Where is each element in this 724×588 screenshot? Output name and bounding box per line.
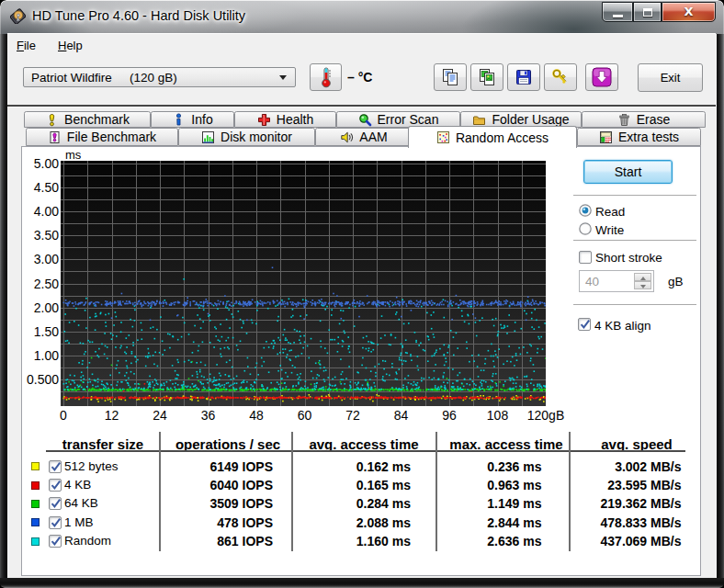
spin-down-button[interactable]	[634, 281, 651, 289]
write-label[interactable]: Write	[595, 223, 624, 237]
tab-aam[interactable]: AAM	[315, 128, 413, 146]
kb-align-checkbox[interactable]	[578, 318, 591, 331]
column-separator	[291, 432, 293, 551]
error-scan-icon	[358, 113, 372, 127]
series-color-chip	[31, 481, 40, 490]
tab-benchmark[interactable]: Benchmark	[24, 111, 151, 128]
minimize-button[interactable]	[602, 2, 633, 22]
row-label: Random	[64, 534, 111, 548]
header-underline	[46, 450, 685, 452]
row-label: 4 KB	[64, 478, 91, 492]
menu-file[interactable]: File	[17, 39, 36, 54]
drive-selector[interactable]: Patriot Wildfire (120 gB)	[23, 67, 296, 87]
y-tick-label: 1.00	[20, 348, 59, 363]
y-tick-label: 3.50	[20, 228, 59, 243]
check-icon	[50, 497, 62, 510]
cell-ops: 6149 IOPS	[210, 459, 274, 474]
copy-image-button[interactable]	[470, 63, 503, 91]
download-arrow-icon	[592, 67, 612, 87]
y-tick-label: 4.50	[20, 180, 59, 195]
read-radio[interactable]	[579, 204, 592, 217]
exit-button[interactable]: Exit	[638, 63, 703, 92]
y-tick-label: 4.00	[20, 204, 59, 219]
write-radio[interactable]	[579, 222, 592, 235]
cell-ops: 478 IOPS	[217, 515, 273, 530]
title-bar[interactable]: HD Tune Pro 4.60 - Hard Disk Utility X	[0, 0, 724, 34]
maximize-button[interactable]	[633, 2, 662, 22]
row-checkbox[interactable]	[49, 535, 62, 548]
y-tick-label: 2.00	[20, 300, 59, 315]
disk-monitor-icon	[201, 130, 215, 144]
temperature-button[interactable]	[310, 63, 342, 91]
row-checkbox[interactable]	[49, 460, 62, 473]
cell-avg: 0.165 ms	[356, 478, 411, 492]
read-label[interactable]: Read	[595, 205, 625, 219]
info-icon	[172, 113, 186, 127]
benchmark-icon	[45, 113, 59, 127]
x-tick-label: 12	[85, 408, 140, 423]
y-tick-label: 5.00	[20, 156, 59, 171]
update-button[interactable]	[585, 63, 618, 91]
chevron-down-icon	[279, 75, 287, 80]
tab-random-access[interactable]: Random Access	[408, 126, 577, 148]
x-tick-label: 84	[374, 408, 429, 423]
start-button[interactable]: Start	[583, 160, 673, 184]
cell-avg: 0.162 ms	[356, 459, 411, 474]
save-button[interactable]	[507, 63, 540, 91]
options-icon	[550, 67, 571, 87]
thermometer-icon	[319, 66, 334, 88]
row-label: 64 KB	[64, 496, 98, 510]
x-tick-label: 96	[422, 408, 477, 423]
tab-label: Extra tests	[618, 130, 679, 144]
x-tick-label: 72	[325, 408, 380, 423]
tab-label: Health	[277, 112, 313, 127]
column-separator	[569, 432, 571, 551]
tab-health[interactable]: Health	[234, 111, 336, 128]
cell-avg: 1.160 ms	[356, 534, 411, 548]
tab-extra-tests[interactable]: Extra tests	[577, 128, 701, 146]
series-color-chip	[31, 462, 40, 470]
hard-disk-icon	[10, 8, 26, 24]
copy-text-button[interactable]	[434, 63, 467, 91]
series-color-chip	[31, 518, 40, 526]
tab-disk-monitor[interactable]: Disk monitor	[178, 128, 315, 146]
menu-help[interactable]: Help	[58, 39, 83, 54]
row-label: 1 MB	[64, 515, 94, 529]
cell-speed: 219.362 MB/s	[601, 496, 682, 511]
column-separator	[159, 432, 161, 551]
arrow-down-icon	[640, 285, 646, 288]
file-benchmark-icon	[48, 130, 62, 144]
check-icon	[50, 479, 62, 492]
spin-up-button[interactable]	[634, 273, 651, 281]
cell-max: 2.844 ms	[487, 515, 541, 530]
erase-icon	[617, 113, 631, 127]
tab-info[interactable]: Info	[151, 111, 234, 128]
options-button[interactable]	[544, 63, 577, 91]
spinner-buttons	[634, 273, 651, 289]
x-tick-label: 0	[36, 408, 91, 423]
tab-file-benchmark[interactable]: File Benchmark	[26, 128, 178, 146]
cell-speed: 478.833 MB/s	[601, 515, 682, 530]
kb-align-label[interactable]: 4 KB align	[594, 319, 651, 333]
gb-unit-label: gB	[668, 275, 684, 288]
random-access-icon	[436, 130, 450, 144]
short-stroke-label[interactable]: Short stroke	[595, 251, 662, 265]
arrow-up-icon	[640, 277, 646, 280]
series-color-chip	[31, 500, 40, 508]
tab-label: Error Scan	[378, 112, 439, 127]
x-tick-label: 60	[277, 408, 333, 423]
short-stroke-size-field[interactable]: 40	[579, 270, 654, 292]
row-checkbox[interactable]	[49, 516, 62, 529]
row-checkbox[interactable]	[49, 497, 62, 510]
close-button[interactable]: X	[662, 2, 716, 22]
window-title: HD Tune Pro 4.60 - Hard Disk Utility	[32, 8, 245, 23]
close-icon: X	[662, 5, 715, 18]
cell-ops: 861 IOPS	[217, 534, 273, 548]
row-checkbox[interactable]	[49, 479, 62, 492]
copy-text-icon	[441, 68, 459, 86]
y-axis-unit-label: ms	[65, 148, 81, 162]
tab-erase[interactable]: Erase	[582, 111, 706, 128]
scatter-plot	[61, 161, 546, 406]
short-stroke-checkbox[interactable]	[579, 251, 592, 264]
y-tick-label: 0.500	[20, 372, 59, 387]
